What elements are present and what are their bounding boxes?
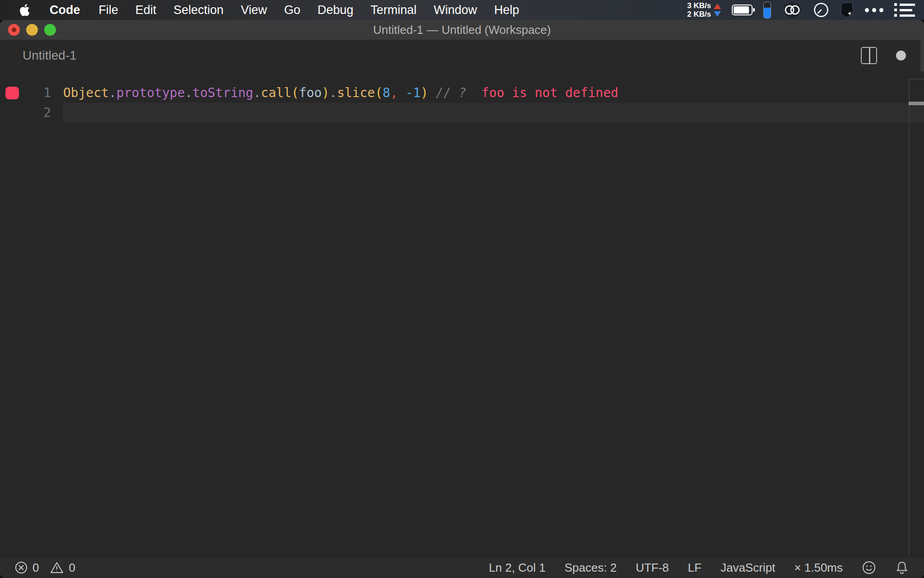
code-editor[interactable]: 1 Object.prototype.toString.call(foo).sl… — [0, 71, 924, 556]
menu-item-code[interactable]: Code — [41, 3, 90, 17]
overview-cursor-mark — [909, 102, 924, 105]
status-item-eol[interactable]: LF — [688, 561, 702, 575]
code-token: Object — [63, 85, 109, 100]
code-token: toString — [193, 85, 254, 100]
list-menu-icon[interactable] — [894, 3, 915, 17]
code-line-row-1[interactable]: 1 Object.prototype.toString.call(foo).sl… — [0, 83, 924, 103]
minimize-button[interactable] — [26, 24, 38, 36]
apple-menu-icon[interactable] — [18, 3, 30, 17]
download-speed: 2 KB/s — [687, 10, 711, 19]
menu-bar-status-area: 3 KB/s 2 KB/s — [687, 0, 924, 20]
code-token: foo is not defined — [467, 85, 619, 100]
code-token: . — [253, 85, 261, 100]
code-token: 8 — [383, 85, 390, 100]
menu-item-file[interactable]: File — [90, 3, 127, 17]
close-button[interactable] — [8, 24, 20, 36]
quokka-error-marker — [5, 87, 19, 99]
errors-icon — [14, 561, 28, 574]
linked-rings-icon[interactable] — [782, 1, 803, 19]
status-item-cursor-position[interactable]: Ln 2, Col 1 — [489, 561, 546, 575]
menu-item-view[interactable]: View — [232, 3, 276, 17]
overview-ruler — [909, 79, 924, 556]
menu-item-window[interactable]: Window — [425, 3, 485, 17]
modified-indicator-dot — [12, 28, 16, 32]
code-token: ) — [322, 85, 329, 100]
scrollbar-sliver — [920, 40, 924, 75]
status-right-items: Ln 2, Col 1Spaces: 2UTF-8LFJavaScript× 1… — [489, 561, 843, 575]
code-token: foo — [299, 85, 322, 100]
zoom-button[interactable] — [44, 24, 56, 36]
device-battery-icon[interactable] — [763, 2, 771, 19]
network-speed-indicator[interactable]: 3 KB/s 2 KB/s — [687, 1, 721, 19]
split-editor-button[interactable] — [861, 47, 877, 64]
vscode-window: Untitled-1 — Untitled (Workspace) Untitl… — [0, 20, 924, 578]
menu-item-selection[interactable]: Selection — [165, 3, 232, 17]
warning-count: 0 — [69, 561, 75, 575]
upload-arrow-icon — [714, 4, 721, 9]
code-token: . — [185, 85, 193, 100]
code-token: . — [329, 85, 337, 100]
code-token: call — [261, 85, 291, 100]
code-token: ( — [375, 85, 383, 100]
code-token: slice — [337, 85, 375, 100]
status-bar: 0 0 Ln 2, Col 1Spaces: 2UTF-8LFJavaScrip… — [0, 556, 924, 578]
status-item-language-mode[interactable]: JavaScript — [721, 561, 775, 575]
status-item-quokka-time[interactable]: × 1.50ms — [794, 561, 843, 575]
menu-item-help[interactable]: Help — [485, 3, 528, 17]
code-token: prototype — [116, 85, 185, 100]
code-token: ( — [291, 85, 299, 100]
status-item-encoding[interactable]: UTF-8 — [636, 561, 669, 575]
more-menu-icon[interactable] — [865, 8, 883, 12]
download-arrow-icon — [714, 11, 721, 17]
status-bar-right: Ln 2, Col 1Spaces: 2UTF-8LFJavaScript× 1… — [489, 560, 924, 575]
window-title-bar: Untitled-1 — Untitled (Workspace) — [0, 20, 924, 40]
feedback-smiley-icon[interactable] — [862, 560, 876, 575]
open-file-label[interactable]: Untitled-1 — [23, 48, 77, 63]
code-token: ) — [420, 85, 428, 100]
code-line-row-2[interactable]: 2 — [0, 103, 924, 123]
clock-icon[interactable] — [813, 2, 829, 18]
line-number-1: 1 — [25, 83, 51, 103]
code-token: , — [390, 85, 398, 100]
problems-status[interactable]: 0 0 — [0, 561, 82, 575]
menu-item-terminal[interactable]: Terminal — [362, 3, 425, 17]
macos-menu-bar: CodeFileEditSelectionViewGoDebugTerminal… — [0, 0, 924, 20]
upload-speed: 3 KB/s — [687, 1, 711, 10]
code-line-1: Object.prototype.toString.call(foo).slic… — [63, 83, 619, 103]
editor-header: Untitled-1 — [0, 40, 924, 71]
error-count: 0 — [32, 561, 39, 575]
editor-actions — [861, 40, 906, 71]
glyph-margin — [0, 83, 25, 103]
glyph-margin — [0, 103, 25, 123]
window-title: Untitled-1 — Untitled (Workspace) — [0, 23, 924, 37]
device-battery-level — [764, 8, 771, 18]
unsaved-changes-dot[interactable] — [896, 51, 906, 61]
menu-item-debug[interactable]: Debug — [309, 3, 362, 17]
notifications-bell-icon[interactable] — [895, 560, 909, 575]
current-line-highlight — [63, 103, 924, 123]
code-token — [398, 85, 406, 100]
code-token: . — [109, 85, 116, 100]
battery-icon[interactable] — [732, 5, 753, 15]
menu-item-go[interactable]: Go — [276, 3, 309, 17]
menu-left: CodeFileEditSelectionViewGoDebugTerminal… — [0, 3, 528, 17]
line-number-2: 2 — [25, 103, 51, 123]
menu-item-edit[interactable]: Edit — [127, 3, 165, 17]
menu-items: CodeFileEditSelectionViewGoDebugTerminal… — [41, 3, 528, 17]
geometric-app-icon[interactable] — [840, 2, 854, 18]
code-token: -1 — [406, 85, 421, 100]
code-token: // ? — [428, 85, 466, 100]
status-item-indentation[interactable]: Spaces: 2 — [564, 561, 617, 575]
warnings-icon — [50, 561, 64, 574]
